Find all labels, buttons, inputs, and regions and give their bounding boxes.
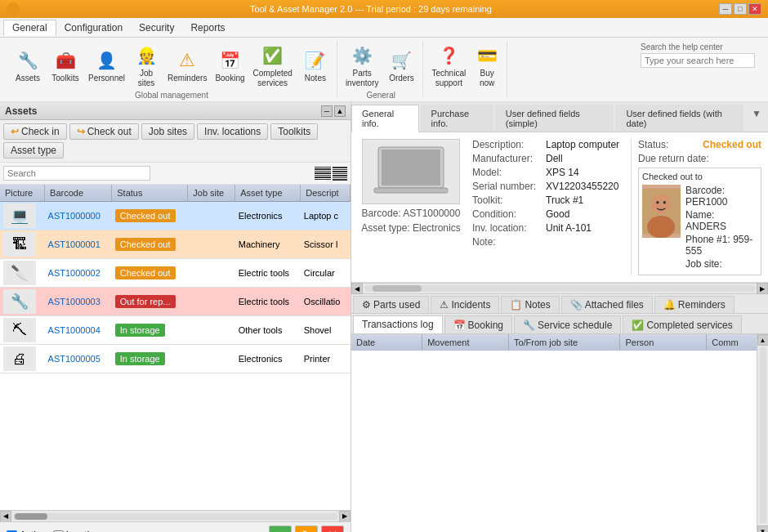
tab-user-defined-date[interactable]: User defined fields (with date) xyxy=(615,105,743,132)
notes-icon: 📝 xyxy=(302,47,328,74)
edit-asset-button[interactable]: ✎ xyxy=(295,525,318,532)
menu-general[interactable]: General xyxy=(3,20,56,36)
table-row[interactable]: 🔪 AST1000002 Checked out Electric tools … xyxy=(0,259,351,288)
table-row[interactable]: 🏗 AST1000001 Checked out Machinery Sciss… xyxy=(0,230,351,259)
status-section: Status: Checked out Due return date: Che… xyxy=(631,139,761,275)
menu-security[interactable]: Security xyxy=(131,20,182,35)
tab-parts-used[interactable]: ⚙ Parts used xyxy=(353,296,429,313)
trans-col-date: Date xyxy=(351,334,422,351)
technical-support-icon: ❓ xyxy=(435,42,462,69)
person-photo xyxy=(642,185,681,238)
toolbar-personnel-button[interactable]: 👤 Personnel xyxy=(85,46,128,85)
buy-now-icon: 💳 xyxy=(474,42,500,69)
panel-controls[interactable]: ─ ▲ xyxy=(321,105,346,117)
tab-transactions-log[interactable]: Transactions log xyxy=(353,315,443,333)
panel-expand-button[interactable]: ▲ xyxy=(334,105,346,117)
cell-barcode: AST1000005 xyxy=(45,345,112,373)
tab-user-defined-simple[interactable]: User defined fields (simple) xyxy=(495,105,614,132)
cell-picture: 🖨 xyxy=(0,345,45,373)
help-center: Search the help center xyxy=(634,41,761,98)
svg-point-4 xyxy=(651,194,671,214)
delete-asset-button[interactable]: ✕ xyxy=(321,525,344,532)
panel-minimize-button[interactable]: ─ xyxy=(321,105,333,117)
asset-thumbnail: 💻 xyxy=(3,203,36,228)
scroll-left-btn[interactable]: ◀ xyxy=(351,283,363,294)
orders-icon: 🛒 xyxy=(388,47,414,74)
scroll-down-button[interactable]: ▼ xyxy=(757,525,769,532)
toolbar-notes-button[interactable]: 📝 Notes xyxy=(297,46,333,85)
scroll-up-button[interactable]: ▲ xyxy=(757,334,769,346)
asset-thumbnail: 🏗 xyxy=(3,232,36,257)
toolbar-orders-button[interactable]: 🛒 Orders xyxy=(383,46,419,85)
bottom-tabs-row1: ⚙ Parts used ⚠ Incidents 📋 Notes 📎 Attac… xyxy=(351,294,768,314)
cell-asset-type: Electric tools xyxy=(235,288,301,316)
scroll-left-button[interactable]: ◀ xyxy=(0,511,11,522)
table-row[interactable]: 🖨 AST1000005 In storage Electronics Prin… xyxy=(0,345,351,373)
tab-notes[interactable]: 📋 Notes xyxy=(501,296,559,313)
booking-icon: 📅 xyxy=(217,47,243,74)
check-in-button[interactable]: ↩ Check in xyxy=(3,123,67,140)
toolbar-buy-now-button[interactable]: 💳 Buynow xyxy=(471,41,503,90)
toolbar-completed-services-button[interactable]: ✅ Completedservices xyxy=(250,41,296,90)
job-sites-action-button[interactable]: Job sites xyxy=(141,123,194,140)
maximize-button[interactable]: □ xyxy=(734,3,747,15)
toolbar-toolkits-button[interactable]: 🧰 Toolkits xyxy=(47,46,83,85)
svg-point-7 xyxy=(663,201,666,203)
cell-status: Checked out xyxy=(112,230,188,259)
toolbar-reminders-button[interactable]: ⚠ Reminders xyxy=(164,46,210,85)
window-controls[interactable]: ─ □ ✕ xyxy=(719,3,761,15)
toolbar-parts-inventory-button[interactable]: ⚙️ Partsinventory xyxy=(342,41,382,90)
add-asset-button[interactable]: + xyxy=(269,525,292,532)
parts-inventory-icon: ⚙️ xyxy=(349,42,375,69)
scroll-right-btn[interactable]: ▶ xyxy=(757,283,768,294)
tab-incidents[interactable]: ⚠ Incidents xyxy=(431,296,499,313)
menu-configuration[interactable]: Configuration xyxy=(56,20,131,35)
cell-picture: 💻 xyxy=(0,202,45,230)
assets-panel-title: Assets xyxy=(5,105,37,117)
table-row[interactable]: 💻 AST1000000 Checked out Electronics Lap… xyxy=(0,202,351,230)
toolbar-technical-support-button[interactable]: ❓ Technicalsupport xyxy=(428,41,469,90)
tab-reminders[interactable]: 🔔 Reminders xyxy=(654,296,735,313)
cell-description: Printer xyxy=(301,345,351,373)
table-row[interactable]: ⛏ AST1000004 In storage Other tools Shov… xyxy=(0,316,351,345)
svg-rect-2 xyxy=(374,188,448,193)
parts-used-icon: ⚙ xyxy=(362,299,371,311)
asset-type-button[interactable]: Asset type xyxy=(3,142,64,159)
tab-service-schedule[interactable]: 🔧 Service schedule xyxy=(514,315,621,333)
personnel-icon: 👤 xyxy=(94,47,120,74)
asset-thumbnail: ⛏ xyxy=(3,318,36,342)
cell-description: Laptop c xyxy=(301,202,351,230)
middle-scroll[interactable]: ◀ ▶ xyxy=(351,283,768,294)
menu-reports[interactable]: Reports xyxy=(182,20,233,35)
horizontal-scroll[interactable]: ◀ ▶ xyxy=(0,510,351,521)
cell-job-site xyxy=(188,202,235,230)
svg-point-6 xyxy=(656,201,659,203)
info-fields: Description: Laptop computer Manufacture… xyxy=(472,139,623,275)
toolbar-job-sites-button[interactable]: 👷 Jobsites xyxy=(130,41,163,90)
asset-preview-image xyxy=(362,139,460,204)
inv-locations-button[interactable]: Inv. locations xyxy=(197,123,268,140)
help-search-input[interactable] xyxy=(641,53,755,68)
tab-completed-services[interactable]: ✅ Completed services xyxy=(623,315,741,333)
scroll-thumb[interactable] xyxy=(15,513,47,520)
table-row[interactable]: 🔧 AST1000003 Out for rep... Electric too… xyxy=(0,288,351,316)
toolbar-assets-button[interactable]: 🔧 Assets xyxy=(10,46,46,85)
right-scrollbar[interactable]: ▲ ▼ xyxy=(757,334,768,532)
scroll-right-button[interactable]: ▶ xyxy=(339,511,351,522)
minimize-button[interactable]: ─ xyxy=(719,3,732,15)
window-title: Tool & Asset Manager 2.0 --- Trial perio… xyxy=(23,4,719,14)
close-button[interactable]: ✕ xyxy=(748,3,761,15)
tab-scroll-arrow[interactable]: ▼ xyxy=(745,105,768,132)
tab-booking[interactable]: 📅 Booking xyxy=(444,315,512,333)
asset-search-input[interactable] xyxy=(3,166,150,181)
completed-services-tab-icon: ✅ xyxy=(632,320,644,331)
check-out-button[interactable]: ↪ Check out xyxy=(69,123,139,140)
toolbar-booking-button[interactable]: 📅 Booking xyxy=(212,46,248,85)
tab-purchase-info[interactable]: Purchase info. xyxy=(421,105,493,132)
scroll-thumb-middle[interactable] xyxy=(373,285,422,292)
incidents-icon: ⚠ xyxy=(440,299,449,311)
tab-attached-files[interactable]: 📎 Attached files xyxy=(561,296,653,313)
tab-general-info[interactable]: General info. xyxy=(351,105,419,132)
toolkits-action-button[interactable]: Toolkits xyxy=(270,123,318,140)
bottom-bar: Active Inactive + ✎ ✕ xyxy=(0,521,351,532)
